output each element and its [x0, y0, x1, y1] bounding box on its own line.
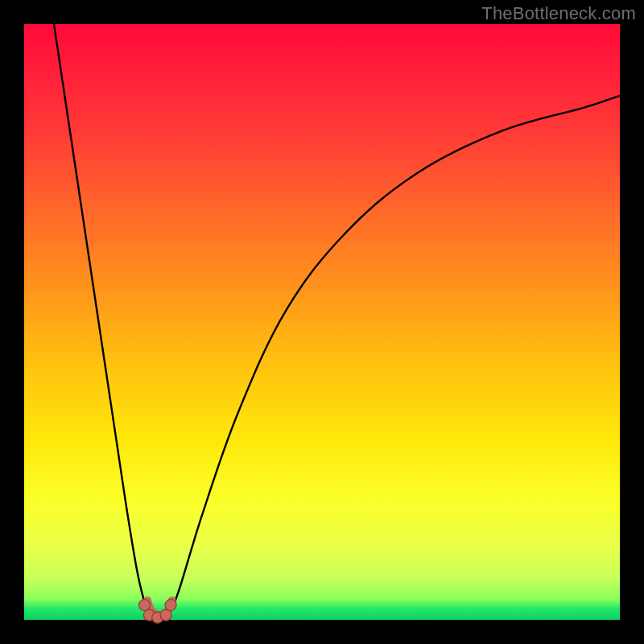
marker-dot [138, 600, 150, 611]
left-branch [54, 24, 152, 620]
outer-frame: TheBottleneck.com [0, 0, 644, 644]
bottleneck-curve [54, 24, 620, 620]
plot-area [24, 24, 620, 620]
curve-layer [24, 24, 620, 620]
watermark-text: TheBottleneck.com [481, 3, 636, 24]
right-branch [167, 96, 620, 620]
marker-dot [160, 609, 171, 621]
marker-dot [165, 600, 176, 611]
